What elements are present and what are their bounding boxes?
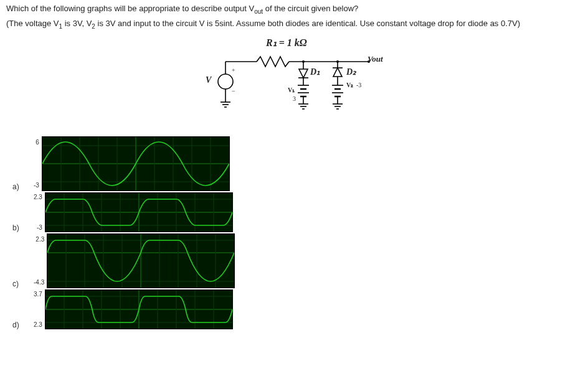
- option-b[interactable]: b) 2.3 -3: [12, 192, 582, 232]
- d1-label: D₁: [310, 67, 320, 77]
- v-label: V: [206, 75, 211, 85]
- options-container: a) 6 -3 b) 2.3 -3: [12, 136, 582, 329]
- plus: +: [232, 67, 235, 73]
- r1-label: R₁ = 1 kΩ: [266, 37, 307, 49]
- option-d[interactable]: d) 3.7 2.3: [12, 289, 582, 329]
- option-a[interactable]: a) 6 -3: [12, 136, 582, 191]
- d2-label: D₂: [346, 67, 356, 77]
- option-c[interactable]: c) 2.3 -4.3: [12, 233, 582, 288]
- svg-marker-25: [333, 68, 342, 77]
- option-a-label: a): [12, 182, 34, 191]
- c-ybot: -4.3: [34, 279, 44, 286]
- question-line-1: Which of the following graphs will be ap…: [6, 4, 582, 15]
- circuit-diagram: R₁ = 1 kΩ: [6, 37, 582, 130]
- svg-point-6: [218, 74, 233, 89]
- v2-label: V₂: [346, 82, 353, 88]
- d-ytop: 3.7: [34, 291, 42, 298]
- vout-label: Vout: [368, 54, 383, 64]
- circuit-svg: [194, 37, 394, 130]
- option-d-label: d): [12, 321, 34, 329]
- v1-val: 3: [293, 95, 296, 102]
- scope-c: [47, 233, 235, 288]
- v1-label: V₁: [288, 87, 295, 93]
- scope-a: [42, 136, 230, 191]
- svg-marker-12: [299, 69, 308, 78]
- option-b-label: b): [12, 223, 34, 232]
- option-c-label: c): [12, 280, 34, 288]
- a-ybot: -3: [34, 182, 39, 189]
- a-ytop: 6: [36, 139, 39, 146]
- d-ybot: 2.3: [34, 321, 42, 328]
- question-line-2: (The voltage V1 is 3V, V2 is 3V and inpu…: [6, 19, 582, 30]
- minus: −: [232, 88, 235, 95]
- scope-b: [45, 192, 233, 232]
- b-ybot: -3: [37, 224, 42, 231]
- scope-d: [45, 289, 233, 329]
- b-ytop: 2.3: [34, 194, 42, 200]
- v2-val: -3: [356, 82, 361, 88]
- c-ytop: 2.3: [36, 236, 44, 243]
